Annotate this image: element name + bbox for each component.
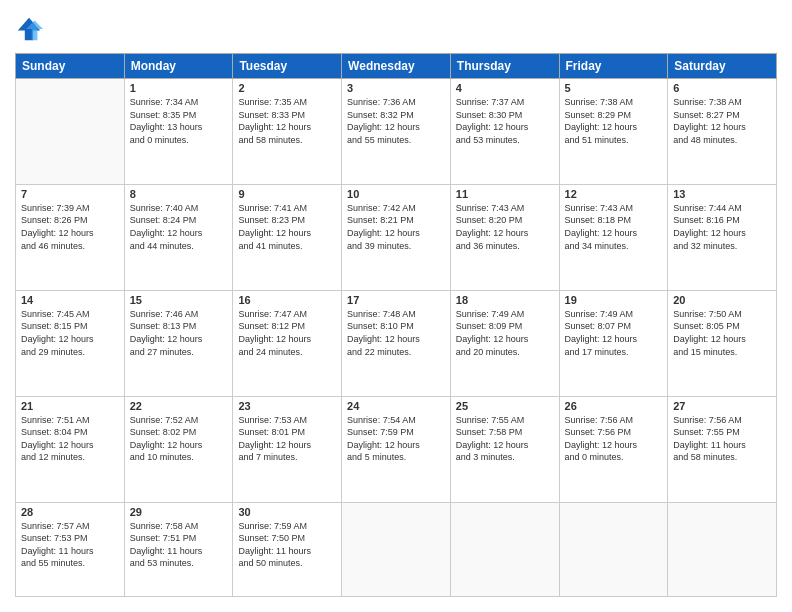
day-number: 13 [673,188,771,200]
header [15,15,777,43]
calendar-cell [559,502,668,597]
calendar-cell [668,502,777,597]
day-number: 25 [456,400,554,412]
weekday-header-thursday: Thursday [450,54,559,79]
day-info: Sunrise: 7:46 AMSunset: 8:13 PMDaylight:… [130,308,228,358]
day-number: 4 [456,82,554,94]
day-number: 8 [130,188,228,200]
calendar-cell: 21Sunrise: 7:51 AMSunset: 8:04 PMDayligh… [16,396,125,502]
day-info: Sunrise: 7:55 AMSunset: 7:58 PMDaylight:… [456,414,554,464]
calendar-cell: 10Sunrise: 7:42 AMSunset: 8:21 PMDayligh… [342,184,451,290]
weekday-header-saturday: Saturday [668,54,777,79]
calendar-cell: 1Sunrise: 7:34 AMSunset: 8:35 PMDaylight… [124,79,233,185]
day-info: Sunrise: 7:38 AMSunset: 8:29 PMDaylight:… [565,96,663,146]
weekday-header-row: SundayMondayTuesdayWednesdayThursdayFrid… [16,54,777,79]
day-number: 16 [238,294,336,306]
calendar-cell: 17Sunrise: 7:48 AMSunset: 8:10 PMDayligh… [342,290,451,396]
day-info: Sunrise: 7:58 AMSunset: 7:51 PMDaylight:… [130,520,228,570]
calendar-row-0: 1Sunrise: 7:34 AMSunset: 8:35 PMDaylight… [16,79,777,185]
calendar-cell: 28Sunrise: 7:57 AMSunset: 7:53 PMDayligh… [16,502,125,597]
weekday-header-monday: Monday [124,54,233,79]
day-info: Sunrise: 7:49 AMSunset: 8:07 PMDaylight:… [565,308,663,358]
logo-icon [15,15,43,43]
weekday-header-sunday: Sunday [16,54,125,79]
day-info: Sunrise: 7:37 AMSunset: 8:30 PMDaylight:… [456,96,554,146]
calendar-cell: 29Sunrise: 7:58 AMSunset: 7:51 PMDayligh… [124,502,233,597]
calendar-cell: 6Sunrise: 7:38 AMSunset: 8:27 PMDaylight… [668,79,777,185]
day-info: Sunrise: 7:57 AMSunset: 7:53 PMDaylight:… [21,520,119,570]
calendar-cell [16,79,125,185]
calendar-cell: 5Sunrise: 7:38 AMSunset: 8:29 PMDaylight… [559,79,668,185]
calendar-cell: 23Sunrise: 7:53 AMSunset: 8:01 PMDayligh… [233,396,342,502]
calendar-cell: 15Sunrise: 7:46 AMSunset: 8:13 PMDayligh… [124,290,233,396]
day-info: Sunrise: 7:36 AMSunset: 8:32 PMDaylight:… [347,96,445,146]
calendar-cell: 26Sunrise: 7:56 AMSunset: 7:56 PMDayligh… [559,396,668,502]
calendar: SundayMondayTuesdayWednesdayThursdayFrid… [15,53,777,597]
day-number: 26 [565,400,663,412]
calendar-cell: 18Sunrise: 7:49 AMSunset: 8:09 PMDayligh… [450,290,559,396]
calendar-cell [450,502,559,597]
calendar-cell [342,502,451,597]
day-info: Sunrise: 7:38 AMSunset: 8:27 PMDaylight:… [673,96,771,146]
calendar-cell: 14Sunrise: 7:45 AMSunset: 8:15 PMDayligh… [16,290,125,396]
day-info: Sunrise: 7:53 AMSunset: 8:01 PMDaylight:… [238,414,336,464]
weekday-header-friday: Friday [559,54,668,79]
day-info: Sunrise: 7:45 AMSunset: 8:15 PMDaylight:… [21,308,119,358]
day-info: Sunrise: 7:48 AMSunset: 8:10 PMDaylight:… [347,308,445,358]
day-info: Sunrise: 7:50 AMSunset: 8:05 PMDaylight:… [673,308,771,358]
page: SundayMondayTuesdayWednesdayThursdayFrid… [0,0,792,612]
day-info: Sunrise: 7:56 AMSunset: 7:55 PMDaylight:… [673,414,771,464]
calendar-cell: 12Sunrise: 7:43 AMSunset: 8:18 PMDayligh… [559,184,668,290]
calendar-cell: 3Sunrise: 7:36 AMSunset: 8:32 PMDaylight… [342,79,451,185]
calendar-cell: 4Sunrise: 7:37 AMSunset: 8:30 PMDaylight… [450,79,559,185]
day-info: Sunrise: 7:43 AMSunset: 8:20 PMDaylight:… [456,202,554,252]
calendar-cell: 11Sunrise: 7:43 AMSunset: 8:20 PMDayligh… [450,184,559,290]
day-number: 5 [565,82,663,94]
calendar-cell: 7Sunrise: 7:39 AMSunset: 8:26 PMDaylight… [16,184,125,290]
calendar-cell: 27Sunrise: 7:56 AMSunset: 7:55 PMDayligh… [668,396,777,502]
weekday-header-tuesday: Tuesday [233,54,342,79]
day-info: Sunrise: 7:56 AMSunset: 7:56 PMDaylight:… [565,414,663,464]
calendar-cell: 19Sunrise: 7:49 AMSunset: 8:07 PMDayligh… [559,290,668,396]
day-number: 12 [565,188,663,200]
logo [15,15,47,43]
day-number: 28 [21,506,119,518]
calendar-cell: 24Sunrise: 7:54 AMSunset: 7:59 PMDayligh… [342,396,451,502]
day-number: 7 [21,188,119,200]
day-number: 22 [130,400,228,412]
day-info: Sunrise: 7:42 AMSunset: 8:21 PMDaylight:… [347,202,445,252]
day-number: 6 [673,82,771,94]
day-info: Sunrise: 7:34 AMSunset: 8:35 PMDaylight:… [130,96,228,146]
day-number: 3 [347,82,445,94]
day-info: Sunrise: 7:40 AMSunset: 8:24 PMDaylight:… [130,202,228,252]
day-number: 19 [565,294,663,306]
day-info: Sunrise: 7:44 AMSunset: 8:16 PMDaylight:… [673,202,771,252]
calendar-cell: 13Sunrise: 7:44 AMSunset: 8:16 PMDayligh… [668,184,777,290]
day-number: 9 [238,188,336,200]
day-number: 17 [347,294,445,306]
day-number: 18 [456,294,554,306]
day-info: Sunrise: 7:54 AMSunset: 7:59 PMDaylight:… [347,414,445,464]
calendar-row-4: 28Sunrise: 7:57 AMSunset: 7:53 PMDayligh… [16,502,777,597]
day-number: 14 [21,294,119,306]
calendar-cell: 22Sunrise: 7:52 AMSunset: 8:02 PMDayligh… [124,396,233,502]
calendar-row-1: 7Sunrise: 7:39 AMSunset: 8:26 PMDaylight… [16,184,777,290]
day-number: 20 [673,294,771,306]
day-number: 21 [21,400,119,412]
day-number: 10 [347,188,445,200]
day-info: Sunrise: 7:52 AMSunset: 8:02 PMDaylight:… [130,414,228,464]
calendar-cell: 9Sunrise: 7:41 AMSunset: 8:23 PMDaylight… [233,184,342,290]
calendar-cell: 30Sunrise: 7:59 AMSunset: 7:50 PMDayligh… [233,502,342,597]
calendar-cell: 2Sunrise: 7:35 AMSunset: 8:33 PMDaylight… [233,79,342,185]
calendar-cell: 8Sunrise: 7:40 AMSunset: 8:24 PMDaylight… [124,184,233,290]
day-info: Sunrise: 7:35 AMSunset: 8:33 PMDaylight:… [238,96,336,146]
day-number: 24 [347,400,445,412]
day-number: 1 [130,82,228,94]
day-info: Sunrise: 7:49 AMSunset: 8:09 PMDaylight:… [456,308,554,358]
day-number: 2 [238,82,336,94]
calendar-cell: 16Sunrise: 7:47 AMSunset: 8:12 PMDayligh… [233,290,342,396]
calendar-cell: 20Sunrise: 7:50 AMSunset: 8:05 PMDayligh… [668,290,777,396]
weekday-header-wednesday: Wednesday [342,54,451,79]
calendar-row-3: 21Sunrise: 7:51 AMSunset: 8:04 PMDayligh… [16,396,777,502]
calendar-cell: 25Sunrise: 7:55 AMSunset: 7:58 PMDayligh… [450,396,559,502]
